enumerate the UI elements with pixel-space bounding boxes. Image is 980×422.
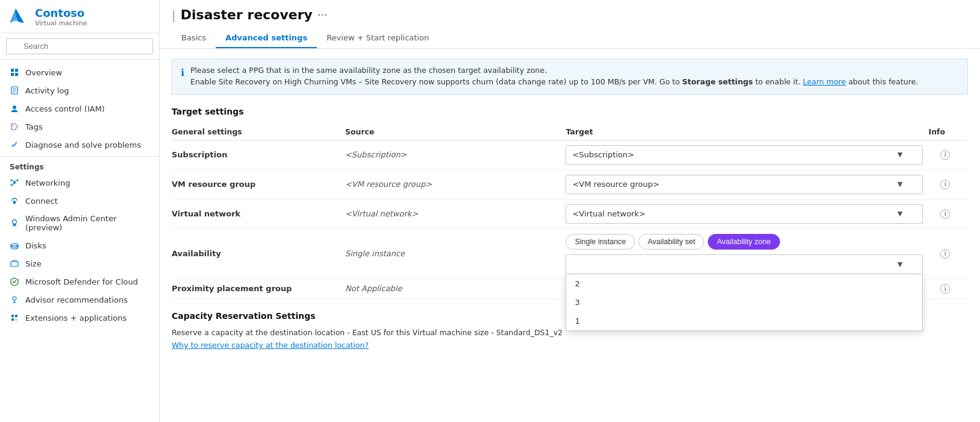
row-info: i <box>929 140 968 169</box>
table-row: Subscription <Subscription> <Subscriptio… <box>172 140 968 169</box>
dropdown-value: <Subscription> <box>572 150 634 159</box>
sidebar-item-activity-log[interactable]: Activity log <box>0 81 159 99</box>
target-settings-title: Target settings <box>172 107 968 116</box>
defender-icon <box>10 277 19 286</box>
dropdown-item[interactable]: 1 <box>566 312 922 330</box>
dropdown-item[interactable]: 2 <box>566 274 922 293</box>
sidebar-item-iam[interactable]: Access control (IAM) <box>0 99 159 118</box>
row-info: i <box>929 169 968 199</box>
row-label: Virtual network <box>172 199 345 228</box>
sidebar-item-defender[interactable]: Microsoft Defender for Cloud <box>0 272 159 291</box>
dropdown-item[interactable]: 3 <box>566 293 922 312</box>
availability-zone-dropdown[interactable]: ▼ <box>566 254 922 274</box>
sidebar-item-label: Windows Admin Center (preview) <box>25 214 149 232</box>
sidebar-item-tags[interactable]: Tags <box>0 118 159 136</box>
search-input[interactable] <box>6 38 153 54</box>
sidebar-item-disks[interactable]: Disks <box>0 236 159 254</box>
tab-bar: Basics Advanced settings Review + Start … <box>172 28 968 48</box>
size-icon <box>10 259 19 268</box>
svg-point-8 <box>13 106 16 109</box>
svg-rect-3 <box>15 73 18 76</box>
content-area: ℹ Please select a PPG that is in the sam… <box>160 49 980 422</box>
sidebar-item-label: Extensions + applications <box>25 313 126 323</box>
availability-zone-toggle[interactable]: Availability zone <box>708 234 779 250</box>
windows-admin-icon <box>10 218 19 228</box>
tab-basics[interactable]: Basics <box>172 28 216 48</box>
settings-section-label: Settings <box>0 156 159 174</box>
subscription-dropdown[interactable]: <Subscription> ▼ <box>566 145 922 165</box>
brand-subtitle: Virtual machine <box>35 19 87 27</box>
svg-rect-30 <box>15 318 17 321</box>
row-target: <Subscription> ▼ <box>566 140 928 169</box>
info-banner: ℹ Please select a PPG that is in the sam… <box>172 58 968 95</box>
connect-icon <box>10 196 19 206</box>
title-divider: | <box>172 8 176 22</box>
row-info: i <box>929 279 968 299</box>
virtual-network-dropdown[interactable]: <Virtual network> ▼ <box>566 204 922 224</box>
info-icon: ℹ <box>181 66 184 88</box>
table-row: Virtual network <Virtual network> <Virtu… <box>172 199 968 228</box>
sidebar-item-label: Access control (IAM) <box>25 104 105 113</box>
vm-resource-group-dropdown[interactable]: <VM resource group> ▼ <box>566 175 922 194</box>
sidebar-item-overview[interactable]: Overview <box>0 63 159 81</box>
sidebar-header: Contoso Virtual machine <box>0 0 159 33</box>
info-circle-icon[interactable]: i <box>940 284 950 294</box>
availability-zone-menu: 2 3 1 <box>566 274 922 331</box>
sidebar-item-label: Size <box>25 259 42 268</box>
brand-name-block: Contoso Virtual machine <box>35 7 87 27</box>
sidebar-item-advisor[interactable]: Advisor recommendations <box>0 291 159 309</box>
extensions-icon <box>10 313 19 323</box>
tab-review[interactable]: Review + Start replication <box>317 28 439 48</box>
row-source: Single instance <box>345 228 566 279</box>
tab-advanced-settings[interactable]: Advanced settings <box>216 28 317 48</box>
sidebar-item-label: Microsoft Defender for Cloud <box>25 277 138 286</box>
sidebar-item-windows-admin[interactable]: Windows Admin Center (preview) <box>0 210 159 236</box>
networking-icon <box>10 178 19 187</box>
row-target: Single instance Availability set Availab… <box>566 228 928 279</box>
sidebar-item-label: Advisor recommendations <box>25 295 128 304</box>
sidebar-item-label: Overview <box>25 68 62 77</box>
overview-icon <box>10 68 19 77</box>
svg-rect-29 <box>11 318 14 321</box>
row-label: Proximity placement group <box>172 279 345 299</box>
info-circle-icon[interactable]: i <box>940 150 950 160</box>
sidebar-item-label: Activity log <box>25 86 69 95</box>
sidebar-item-connect[interactable]: Connect <box>0 192 159 210</box>
more-options-icon[interactable]: ··· <box>317 8 328 21</box>
sidebar-item-label: Connect <box>25 197 58 206</box>
dropdown-value: <VM resource group> <box>572 180 659 189</box>
col-general: General settings <box>172 124 345 140</box>
sidebar-item-label: Diagnose and solve problems <box>25 140 141 150</box>
sidebar-item-size[interactable]: Size <box>0 254 159 272</box>
single-instance-toggle[interactable]: Single instance <box>566 234 635 250</box>
availability-set-toggle[interactable]: Availability set <box>638 234 704 250</box>
diagnose-icon <box>10 140 19 150</box>
page-title: Disaster recovery <box>181 7 313 22</box>
svg-rect-27 <box>11 315 14 317</box>
target-settings-table: General settings Source Target Info Subs… <box>172 124 968 300</box>
sidebar-item-label: Tags <box>25 122 43 131</box>
sidebar-item-label: Disks <box>25 241 46 250</box>
row-source: <VM resource group> <box>345 169 566 199</box>
info-circle-icon[interactable]: i <box>940 249 950 259</box>
banner-bold-link[interactable]: Storage settings <box>682 77 753 86</box>
dropdown-value: <Virtual network> <box>572 209 645 218</box>
svg-rect-17 <box>13 201 16 204</box>
sidebar-item-extensions[interactable]: Extensions + applications <box>0 309 159 327</box>
chevron-down-icon: ▼ <box>897 260 902 268</box>
learn-more-link[interactable]: Learn more <box>803 77 846 86</box>
sidebar-item-diagnose[interactable]: Diagnose and solve problems <box>0 136 159 154</box>
row-info: i <box>929 228 968 279</box>
row-info: i <box>929 199 968 228</box>
svg-point-24 <box>13 297 16 300</box>
row-label: VM resource group <box>172 169 345 199</box>
chevron-down-icon: ▼ <box>897 210 902 218</box>
sidebar: Contoso Virtual machine 🔍 Overview Activ… <box>0 0 160 422</box>
sidebar-nav: Overview Activity log Access control (IA… <box>0 60 159 422</box>
col-source: Source <box>345 124 566 140</box>
capacity-link[interactable]: Why to reserve capacity at the destinati… <box>172 341 369 350</box>
info-circle-icon[interactable]: i <box>940 209 950 219</box>
sidebar-item-networking[interactable]: Networking <box>0 174 159 192</box>
row-target: <VM resource group> ▼ <box>566 169 928 199</box>
info-circle-icon[interactable]: i <box>940 180 950 189</box>
